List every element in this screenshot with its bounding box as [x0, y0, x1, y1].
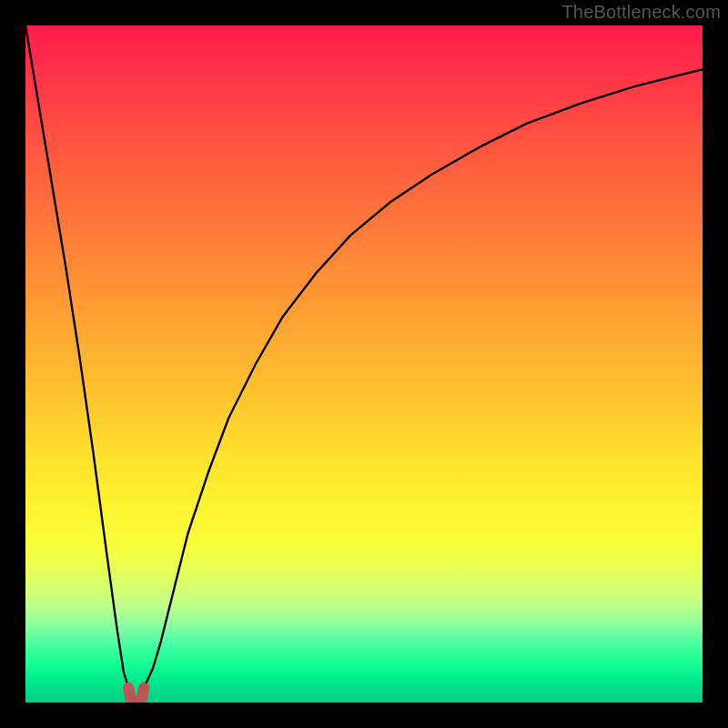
curves-svg	[25, 25, 703, 703]
valley-marker	[128, 688, 144, 703]
right-branch-curve	[144, 69, 703, 687]
plot-area	[25, 25, 703, 703]
chart-frame: TheBottleneck.com	[0, 0, 728, 728]
left-branch-curve	[25, 25, 128, 688]
watermark-text: TheBottleneck.com	[561, 2, 721, 23]
